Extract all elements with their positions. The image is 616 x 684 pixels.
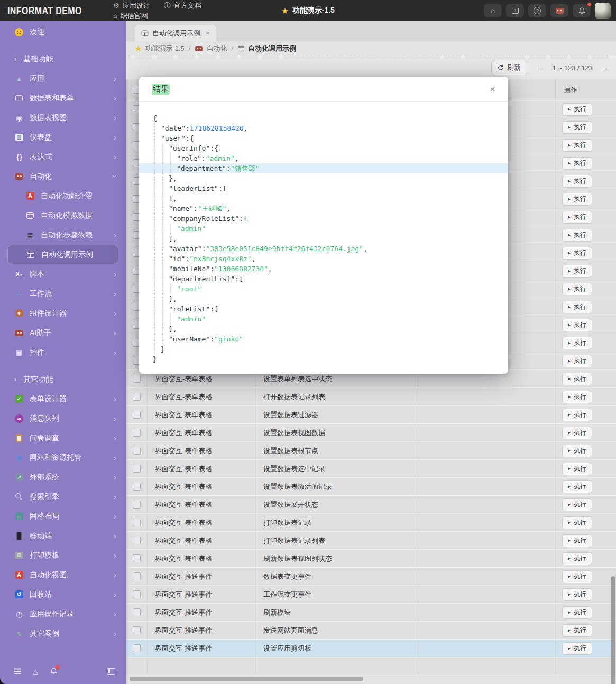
- row-checkbox[interactable]: [133, 519, 141, 526]
- home-button[interactable]: ⌂: [484, 4, 502, 17]
- tab-automation-call-examples[interactable]: 自动化调用示例 ×: [135, 25, 216, 41]
- sidebar-item[interactable]: { }表达式›: [0, 147, 126, 167]
- execute-button[interactable]: 执行: [562, 355, 592, 367]
- table-row[interactable]: 界面交互-表单表格打印数据表记录列表执行: [126, 532, 616, 550]
- sidebar-item[interactable]: 自动化模拟数据: [0, 206, 126, 225]
- execute-button[interactable]: 执行: [562, 552, 592, 565]
- refresh-button[interactable]: 刷新: [491, 61, 527, 75]
- execute-button[interactable]: 执行: [562, 319, 592, 331]
- sidebar-item[interactable]: 问卷调查›: [0, 428, 126, 448]
- feedback-button[interactable]: [506, 4, 524, 17]
- row-checkbox[interactable]: [133, 411, 141, 419]
- table-row[interactable]: 界面交互-表单表格打印数据表记录执行: [126, 514, 616, 532]
- sidebar-item[interactable]: ≣自动化步骤依赖›: [0, 225, 126, 245]
- execute-button[interactable]: 执行: [562, 229, 592, 242]
- execute-button[interactable]: 执行: [562, 211, 592, 224]
- sidebar-item[interactable]: 搜索引擎›: [0, 487, 126, 506]
- execute-button[interactable]: 执行: [562, 624, 592, 637]
- row-checkbox[interactable]: [133, 626, 141, 634]
- table-row[interactable]: 界面交互-表单表格设置数据表根节点执行: [126, 442, 616, 460]
- sidebar-item[interactable]: ◈组件设计器›: [0, 303, 126, 323]
- table-row[interactable]: 界面交互-推送事件数据表变更事件执行: [126, 568, 616, 586]
- execute-button[interactable]: 执行: [562, 588, 592, 601]
- execute-button[interactable]: 执行: [562, 445, 592, 457]
- table-row[interactable]: 界面交互-表单表格设置数据表过滤器执行: [126, 406, 616, 424]
- sidebar-item[interactable]: ∴工作流›: [0, 284, 126, 303]
- execute-button[interactable]: 执行: [562, 498, 592, 511]
- triangle-icon[interactable]: △: [33, 668, 38, 675]
- nav-item-gear[interactable]: ⚙应用设计: [113, 1, 150, 11]
- row-checkbox[interactable]: [133, 465, 141, 473]
- execute-button[interactable]: 执行: [562, 606, 592, 619]
- execute-button[interactable]: 执行: [562, 391, 592, 403]
- row-checkbox[interactable]: [133, 375, 141, 383]
- breadcrumb-module[interactable]: 自动化: [195, 44, 227, 53]
- row-checkbox[interactable]: [133, 429, 141, 437]
- sidebar-item[interactable]: ☺欢迎: [0, 22, 126, 42]
- execute-button[interactable]: 执行: [562, 301, 592, 313]
- sidebar-item[interactable]: ▥仪表盘›: [0, 127, 126, 147]
- assistant-button[interactable]: [550, 4, 568, 17]
- execute-button[interactable]: 执行: [562, 463, 592, 475]
- table-row[interactable]: 界面交互-表单表格刷新数据表视图列状态执行: [126, 550, 616, 568]
- sidebar-item[interactable]: 自动化调用示例: [7, 245, 118, 264]
- sidebar-item[interactable]: ◷应用操作记录›: [0, 604, 126, 624]
- execute-button[interactable]: 执行: [562, 516, 592, 529]
- sidebar-item[interactable]: AI助手›: [0, 323, 126, 343]
- sidebar-group[interactable]: ›基础功能: [0, 49, 126, 69]
- sidebar-item[interactable]: 移动端›: [0, 526, 126, 546]
- execute-button[interactable]: 执行: [562, 283, 592, 295]
- execute-button[interactable]: 执行: [562, 427, 592, 439]
- breadcrumb-app[interactable]: ★ 功能演示-1.5: [135, 44, 185, 53]
- execute-button[interactable]: 执行: [562, 409, 592, 421]
- execute-button[interactable]: 执行: [562, 265, 592, 278]
- sidebar-item[interactable]: ↔网格布局›: [0, 506, 126, 526]
- sidebar-item[interactable]: 自动化›: [0, 167, 126, 186]
- row-checkbox[interactable]: [133, 572, 141, 580]
- prev-page-arrow[interactable]: ←: [537, 63, 544, 72]
- execute-button[interactable]: 执行: [562, 175, 592, 188]
- execute-button[interactable]: 执行: [562, 480, 592, 493]
- execute-button[interactable]: 执行: [562, 337, 592, 349]
- table-row[interactable]: 界面交互-表单表格设置数据表视图数据执行: [126, 424, 616, 442]
- row-checkbox[interactable]: [133, 501, 141, 509]
- row-checkbox[interactable]: [133, 483, 141, 491]
- table-row[interactable]: 界面交互-表单表格设置数据表选中记录执行: [126, 460, 616, 478]
- horizontal-scrollbar[interactable]: [130, 677, 363, 681]
- sidebar-item[interactable]: ↺回收站›: [0, 585, 126, 604]
- notifications-button[interactable]: [573, 4, 591, 17]
- table-row[interactable]: 界面交互-表单表格设置数据展开状态执行: [126, 496, 616, 514]
- collapse-menu-icon[interactable]: [14, 671, 21, 672]
- row-checkbox[interactable]: [133, 393, 141, 401]
- sidebar-item[interactable]: ⊕网站和资源托管›: [0, 448, 126, 467]
- execute-button[interactable]: 执行: [562, 642, 592, 655]
- nav-item-info[interactable]: ⓘ官方文档: [164, 1, 201, 11]
- sidebar-item[interactable]: ▣控件›: [0, 343, 126, 362]
- row-checkbox[interactable]: [133, 644, 141, 652]
- row-checkbox[interactable]: [133, 554, 141, 562]
- sidebar-item[interactable]: X₂脚本›: [0, 264, 126, 284]
- execute-button[interactable]: 执行: [562, 157, 592, 170]
- sidebar-item[interactable]: ≈消息队列›: [0, 409, 126, 428]
- table-row[interactable]: 界面交互-推送事件设置应用剪切板执行: [126, 640, 616, 658]
- table-row[interactable]: 界面交互-表单表格设置数据表激活的记录执行: [126, 478, 616, 496]
- sidebar-item[interactable]: ▲应用›: [0, 69, 126, 88]
- nav-item-home[interactable]: ⌂织信官网: [113, 11, 148, 21]
- close-tab-icon[interactable]: ×: [206, 29, 210, 37]
- sidebar-item[interactable]: 数据表和表单›: [0, 88, 126, 108]
- execute-button[interactable]: 执行: [562, 193, 592, 206]
- next-page-arrow[interactable]: →: [601, 63, 609, 72]
- table-row[interactable]: 界面交互-推送事件发送网站页面消息执行: [126, 622, 616, 640]
- sidebar-item[interactable]: A自动化视图›: [0, 565, 126, 585]
- execute-button[interactable]: 执行: [562, 534, 592, 547]
- execute-button[interactable]: 执行: [562, 570, 592, 583]
- sidebar-item[interactable]: A自动化功能介绍: [0, 186, 126, 206]
- sidebar-notifications[interactable]: [50, 667, 58, 676]
- row-checkbox[interactable]: [133, 608, 141, 616]
- sidebar-item[interactable]: ▤打印模板›: [0, 546, 126, 565]
- execute-button[interactable]: 执行: [562, 103, 592, 116]
- sidebar-item[interactable]: ↗外部系统›: [0, 467, 126, 487]
- help-button[interactable]: [528, 4, 546, 17]
- vertical-scrollbar[interactable]: [611, 576, 615, 684]
- row-checkbox[interactable]: [133, 447, 141, 455]
